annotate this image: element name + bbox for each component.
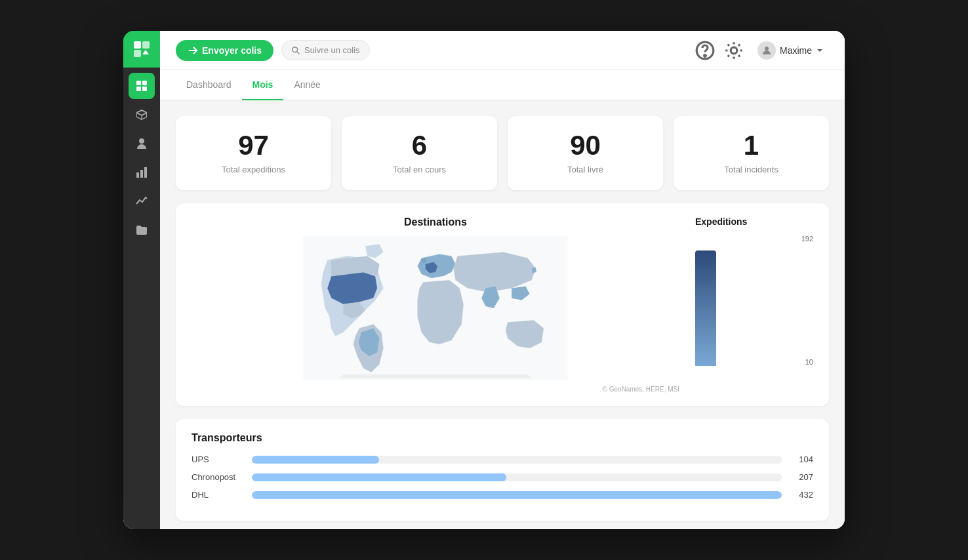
transport-name-chronopost: Chronopost: [192, 472, 244, 482]
map-container: Destinations: [192, 216, 679, 393]
transport-count-ups: 104: [790, 454, 813, 464]
transporteurs-section: Transporteurs UPS 104 Chronopost 207: [176, 419, 829, 521]
transport-row-dhl: DHL 432: [192, 490, 813, 500]
svg-rect-6: [142, 87, 147, 91]
world-map: [192, 236, 679, 380]
stat-number-incidents: 1: [687, 132, 816, 159]
chart-max-value: 192: [801, 235, 813, 243]
map-title: Destinations: [192, 216, 679, 228]
transport-bar-ups: [252, 456, 782, 464]
page-content: 97 Total expeditions 6 Total en cours 90…: [160, 100, 845, 529]
transport-row-chronopost: Chronopost 207: [192, 472, 813, 482]
sidebar-item-contacts[interactable]: [129, 130, 155, 157]
svg-rect-0: [134, 41, 141, 49]
sidebar-item-stats[interactable]: [129, 159, 155, 186]
transport-bar-chronopost: [252, 473, 782, 481]
sidebar-item-folders[interactable]: [129, 217, 155, 243]
transport-name-ups: UPS: [192, 454, 244, 464]
header: Envoyer colis Suivre un colis: [160, 31, 845, 70]
sidebar: [123, 31, 160, 529]
transport-bar-dhl: [252, 491, 782, 499]
search-icon: [291, 46, 300, 55]
stat-label-en-cours: Total en cours: [355, 165, 484, 174]
main-content: Envoyer colis Suivre un colis: [160, 31, 845, 529]
tab-mois[interactable]: Mois: [242, 70, 284, 100]
svg-rect-7: [136, 172, 139, 178]
tab-dashboard[interactable]: Dashboard: [176, 70, 242, 100]
app-container: Envoyer colis Suivre un colis: [123, 31, 845, 529]
transporteurs-title: Transporteurs: [192, 432, 813, 444]
stat-number-livre: 90: [521, 132, 650, 159]
send-package-button[interactable]: Envoyer colis: [176, 40, 273, 61]
tab-annee[interactable]: Année: [283, 70, 331, 100]
user-menu[interactable]: Maxime: [752, 39, 829, 62]
stats-row: 97 Total expeditions 6 Total en cours 90…: [176, 116, 829, 190]
sidebar-item-dashboard[interactable]: [129, 73, 155, 99]
avatar: [757, 41, 776, 60]
svg-rect-2: [134, 50, 141, 57]
user-icon: [761, 45, 772, 56]
transport-row-ups: UPS 104: [192, 454, 813, 464]
svg-rect-1: [142, 41, 150, 49]
svg-rect-4: [142, 81, 147, 85]
settings-button[interactable]: [723, 40, 744, 61]
stat-card-livre: 90 Total livré: [508, 116, 663, 190]
transport-count-chronopost: 207: [790, 472, 813, 482]
map-section: Destinations: [176, 203, 829, 406]
transport-bar-fill-dhl: [252, 491, 782, 499]
header-actions: Maxime: [695, 39, 829, 62]
expeditions-bar: [695, 250, 716, 366]
stat-label-expeditions: Total expeditions: [189, 165, 318, 174]
svg-point-15: [731, 47, 737, 54]
stat-number-expeditions: 97: [189, 132, 318, 159]
svg-point-16: [765, 47, 769, 50]
tabs: Dashboard Mois Année: [160, 70, 845, 100]
help-button[interactable]: [695, 40, 716, 61]
svg-point-11: [292, 47, 298, 52]
svg-point-14: [704, 54, 706, 56]
svg-line-12: [297, 51, 300, 54]
svg-rect-8: [140, 170, 143, 178]
stat-number-en-cours: 6: [355, 132, 484, 159]
transport-bar-fill-chronopost: [252, 473, 506, 481]
sidebar-item-trends[interactable]: [129, 188, 155, 214]
transport-count-dhl: 432: [790, 490, 813, 500]
chevron-down-icon: [816, 47, 824, 54]
stat-card-en-cours: 6 Total en cours: [342, 116, 497, 190]
transport-name-dhl: DHL: [192, 490, 244, 500]
user-name: Maxime: [780, 45, 812, 56]
sidebar-item-packages[interactable]: [129, 102, 155, 128]
transport-bar-fill-ups: [252, 456, 379, 464]
stat-label-livre: Total livré: [521, 165, 650, 174]
chart-title: Expeditions: [695, 216, 813, 227]
help-icon: [695, 40, 716, 61]
svg-rect-3: [136, 81, 141, 85]
stat-card-incidents: 1 Total incidents: [674, 116, 829, 190]
stat-label-incidents: Total incidents: [687, 165, 816, 174]
track-package-search[interactable]: Suivre un colis: [281, 40, 370, 60]
chart-min-value: 10: [805, 358, 813, 366]
sidebar-nav: [123, 68, 160, 249]
gear-icon: [723, 40, 744, 61]
svg-rect-9: [144, 167, 147, 178]
logo: [123, 31, 160, 68]
map-copyright: © GeoNames, HERE, MSI: [192, 386, 679, 393]
stat-card-expeditions: 97 Total expeditions: [176, 116, 331, 190]
svg-rect-5: [136, 87, 141, 91]
expeditions-chart: Expeditions 192 10: [695, 216, 813, 393]
map-svg-wrapper: [192, 236, 679, 383]
